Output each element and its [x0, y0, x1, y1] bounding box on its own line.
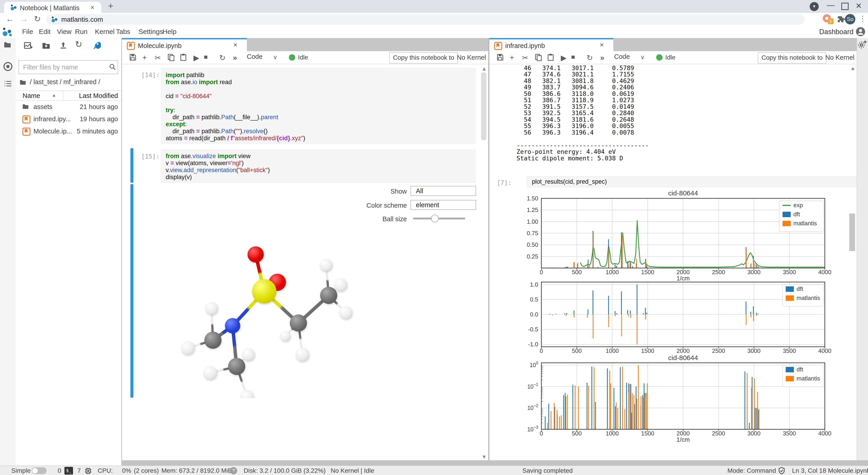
- breadcrumb[interactable]: / last_test / mf_infrared /: [30, 78, 100, 86]
- scrollbar-thumb[interactable]: [481, 72, 487, 140]
- cell-type-select[interactable]: Code: [614, 53, 630, 62]
- gears-icon[interactable]: [858, 40, 868, 49]
- running-sessions-icon[interactable]: [3, 61, 13, 71]
- menu-item-settings[interactable]: Settings: [138, 28, 163, 35]
- menu-item-help[interactable]: Help: [162, 28, 177, 35]
- new-folder-icon[interactable]: [42, 41, 51, 50]
- run-all-icon[interactable]: »: [600, 53, 604, 62]
- column-last-modified[interactable]: Last Modified: [79, 92, 118, 99]
- output-resize-grip[interactable]: [487, 389, 488, 395]
- search-icon: [109, 63, 116, 70]
- menu-item-view[interactable]: View: [57, 28, 71, 35]
- menu-item-run[interactable]: Run: [75, 28, 88, 35]
- menu-item-kernel[interactable]: Kernel: [95, 28, 115, 35]
- menu-item-edit[interactable]: Edit: [39, 28, 51, 35]
- show-select[interactable]: All: [410, 186, 476, 196]
- url-input[interactable]: matlantis.com: [46, 14, 805, 25]
- browser-menu-icon[interactable]: ⋮: [859, 14, 866, 23]
- ball-size-slider[interactable]: [413, 217, 465, 219]
- account-icon[interactable]: [855, 27, 866, 37]
- restart-icon[interactable]: ↻: [219, 53, 225, 62]
- tab-close-icon[interactable]: ×: [90, 4, 94, 11]
- svg-text:2000: 2000: [677, 348, 690, 354]
- no-kernel-button[interactable]: No Kernel: [457, 52, 486, 63]
- active-file-name[interactable]: Molecule.ipynb: [828, 467, 868, 474]
- browser-tab[interactable]: Notebook | Matlantis ×: [4, 2, 101, 13]
- no-kernel-button[interactable]: No Kernel: [825, 52, 855, 63]
- right-notebook-tab[interactable]: infrared.ipynb ×: [489, 38, 613, 51]
- code-cell-15[interactable]: from ase.visualize import viewv = view(a…: [161, 150, 475, 183]
- scroll-down-icon[interactable]: ▼: [482, 454, 487, 460]
- scrollbar-thumb[interactable]: [849, 213, 855, 251]
- file-row-Moleculeip[interactable]: Molecule.ip...5 minutes ago: [16, 125, 122, 138]
- svg-text:3500: 3500: [783, 348, 796, 354]
- menu-item-file[interactable]: File: [22, 28, 33, 35]
- breadcrumb-folder-icon[interactable]: [20, 79, 26, 86]
- back-icon[interactable]: ←: [6, 14, 14, 24]
- color-scheme-select[interactable]: element: [410, 200, 476, 210]
- right-notebook-tab-title: infrared.ipynb: [505, 42, 545, 50]
- left-notebook-toolbar: +✂▶■↻»Code∨IdleCopy this notebook to ...…: [122, 51, 488, 64]
- menu-item-tabs[interactable]: Tabs: [116, 28, 130, 35]
- copy-icon[interactable]: [535, 53, 542, 61]
- scroll-up-icon[interactable]: ▲: [850, 65, 856, 71]
- add-cell-icon[interactable]: +: [510, 53, 514, 62]
- save-icon[interactable]: [129, 53, 136, 61]
- cut-icon[interactable]: ✂: [522, 53, 528, 62]
- terminals-count[interactable]: 0: [58, 467, 61, 474]
- run-icon[interactable]: ▶: [193, 53, 199, 62]
- cursor-position[interactable]: Ln 3, Col 18: [792, 467, 826, 474]
- filter-files-input[interactable]: Filter files by name: [19, 60, 118, 74]
- window-minimize-icon[interactable]: —: [827, 0, 835, 9]
- terminal-icon[interactable]: $_: [64, 467, 73, 475]
- molecule-3d-view[interactable]: [122, 222, 479, 398]
- browser-tab-strip: Notebook | Matlantis × + ▼ — ×: [0, 0, 868, 13]
- paste-icon[interactable]: [547, 53, 555, 61]
- cut-icon[interactable]: ✂: [155, 53, 161, 62]
- upload-icon[interactable]: [59, 41, 67, 49]
- code-cell-14[interactable]: import pathlibfrom ase.io import read ci…: [161, 68, 475, 143]
- file-browser-tab-icon[interactable]: [4, 41, 11, 49]
- copy-icon[interactable]: [167, 53, 175, 61]
- column-name[interactable]: Name: [23, 92, 40, 99]
- reload-icon[interactable]: ↻: [34, 14, 41, 24]
- table-of-contents-icon[interactable]: [3, 79, 12, 88]
- scroll-up-icon[interactable]: ▲: [482, 66, 487, 72]
- run-icon[interactable]: ▶: [561, 53, 566, 62]
- svg-text:1/cm: 1/cm: [677, 436, 690, 443]
- refresh-icon[interactable]: ↻: [75, 39, 82, 49]
- new-tab-icon[interactable]: +: [108, 1, 113, 11]
- puzzle-icon[interactable]: [836, 15, 845, 24]
- profile-avatar[interactable]: So: [845, 14, 855, 24]
- ball-size-slider-thumb[interactable]: [431, 215, 439, 222]
- add-cell-icon[interactable]: +: [143, 53, 147, 62]
- dashboard-link[interactable]: Dashboard: [819, 28, 854, 36]
- svg-text:0: 0: [540, 269, 543, 275]
- window-restore-icon[interactable]: [841, 3, 848, 10]
- command-mode[interactable]: Mode: Command: [727, 467, 776, 474]
- paste-icon[interactable]: [180, 53, 187, 61]
- kernel-status[interactable]: No Kernel | Idle: [331, 467, 374, 474]
- toggle-knob: [32, 468, 38, 473]
- copy-notebook-button[interactable]: Copy this notebook to ...: [389, 52, 458, 64]
- simple-mode-toggle[interactable]: [32, 467, 46, 474]
- browser-update-icon[interactable]: ▼: [810, 2, 819, 11]
- window-close-icon[interactable]: ×: [856, 0, 862, 11]
- help-icon[interactable]: ?: [230, 467, 237, 474]
- forward-icon[interactable]: →: [20, 14, 28, 24]
- copy-notebook-button[interactable]: Copy this notebook to ...: [758, 52, 827, 64]
- left-notebook-tab[interactable]: Molecule.ipynb ×: [122, 38, 247, 51]
- new-launcher-icon[interactable]: [24, 41, 32, 50]
- save-icon[interactable]: [496, 53, 504, 61]
- file-row-infraredipy[interactable]: infrared.ipy...19 hours ago: [16, 113, 122, 125]
- file-row-assets[interactable]: assets21 hours ago: [16, 101, 122, 113]
- run-all-icon[interactable]: »: [233, 53, 237, 62]
- tab-close-icon[interactable]: ×: [233, 41, 238, 49]
- kernels-count[interactable]: 7: [77, 467, 81, 474]
- restart-icon[interactable]: ↻: [587, 53, 593, 62]
- cell-type-select[interactable]: Code: [247, 53, 262, 62]
- tab-close-icon[interactable]: ×: [600, 41, 604, 49]
- stop-icon[interactable]: ■: [204, 53, 208, 61]
- stop-icon[interactable]: ■: [571, 53, 575, 61]
- rocket-icon[interactable]: [92, 41, 101, 49]
